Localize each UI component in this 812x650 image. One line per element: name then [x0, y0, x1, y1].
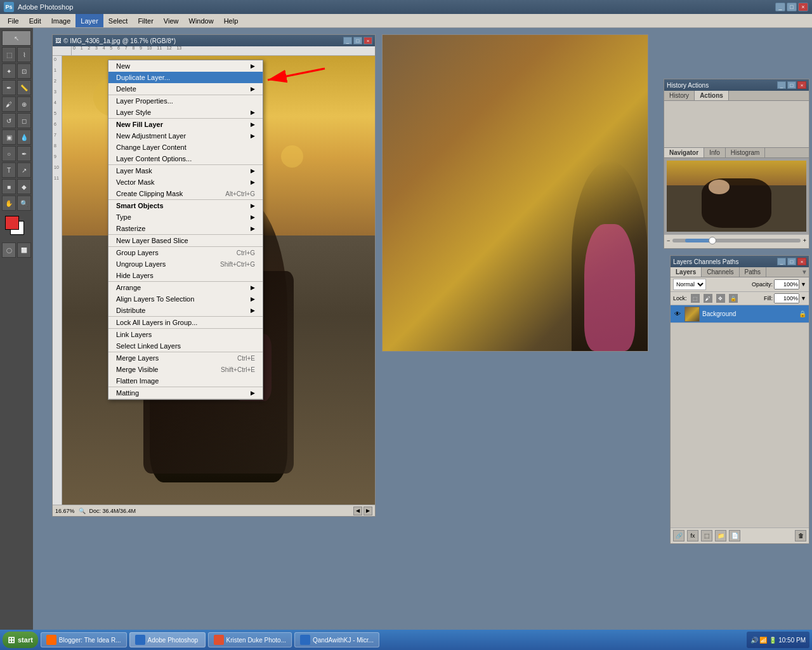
- zoom-out-icon[interactable]: −: [667, 237, 670, 244]
- img-minimize-btn[interactable]: _: [343, 37, 352, 44]
- history-maximize-btn[interactable]: □: [787, 81, 796, 89]
- quick-mask-btn[interactable]: ◯: [2, 242, 16, 258]
- zoom-slider[interactable]: [672, 239, 800, 242]
- layers-tab-channels[interactable]: Channels: [702, 267, 739, 277]
- marquee-tool[interactable]: ⬚: [2, 47, 16, 62]
- layers-menu-btn[interactable]: ▼: [800, 267, 809, 276]
- menu-merge-layers[interactable]: Merge Layers Ctrl+E: [108, 352, 263, 364]
- taskbar-item-blogger[interactable]: Blogger: The Idea R...: [41, 632, 127, 647]
- menu-image[interactable]: Image: [46, 14, 76, 27]
- menu-view[interactable]: View: [159, 14, 184, 27]
- new-group-btn[interactable]: 📁: [715, 530, 726, 541]
- menu-layer-content-options[interactable]: Layer Content Options...: [108, 153, 263, 164]
- info-tab[interactable]: Info: [704, 148, 726, 157]
- move-tool[interactable]: ↖: [2, 30, 31, 46]
- hand-tool[interactable]: ✋: [2, 196, 16, 211]
- layers-minimize-btn[interactable]: _: [777, 258, 786, 265]
- history-minimize-btn[interactable]: _: [777, 81, 786, 89]
- path-select-tool[interactable]: ↗: [17, 162, 31, 178]
- layers-close-btn[interactable]: ×: [797, 258, 806, 265]
- link-layers-btn[interactable]: 🔗: [673, 530, 684, 541]
- fill-input[interactable]: [774, 293, 799, 303]
- navigator-tab[interactable]: Navigator: [664, 148, 704, 157]
- add-style-btn[interactable]: fx: [687, 530, 698, 541]
- prev-frame-btn[interactable]: ◀: [353, 507, 362, 515]
- start-button[interactable]: ⊞ start: [3, 632, 38, 648]
- menu-new-adjustment-layer[interactable]: New Adjustment Layer ▶: [108, 130, 263, 142]
- menu-filter[interactable]: Filter: [133, 14, 158, 27]
- next-frame-btn[interactable]: ▶: [363, 507, 372, 515]
- zoom-slider-thumb[interactable]: [709, 237, 716, 244]
- menu-group-layers[interactable]: Group Layers Ctrl+G: [108, 247, 263, 258]
- layer-visibility-toggle[interactable]: 👁: [673, 310, 682, 319]
- maximize-button[interactable]: □: [787, 3, 797, 11]
- menu-new-layer-based-slice[interactable]: New Layer Based Slice: [108, 235, 263, 246]
- add-mask-btn[interactable]: ⬚: [701, 530, 712, 541]
- stamp-tool[interactable]: ⊕: [17, 96, 31, 112]
- img-close-btn[interactable]: ×: [363, 37, 372, 44]
- menu-change-layer-content[interactable]: Change Layer Content: [108, 142, 263, 153]
- menu-vector-mask[interactable]: Vector Mask ▶: [108, 176, 263, 188]
- menu-delete[interactable]: Delete ▶: [108, 83, 263, 95]
- 3d-tool[interactable]: ◆: [17, 179, 31, 194]
- layers-maximize-btn[interactable]: □: [787, 258, 796, 265]
- menu-new-fill-layer[interactable]: New Fill Layer ▶: [108, 119, 263, 130]
- taskbar-item-qanda[interactable]: QandAwithKJ - Micr...: [294, 632, 379, 647]
- img-maximize-btn[interactable]: □: [353, 37, 362, 44]
- gradient-tool[interactable]: ▣: [2, 129, 16, 145]
- menu-new[interactable]: New ▶: [108, 60, 263, 72]
- foreground-color[interactable]: [5, 216, 19, 230]
- close-button[interactable]: ×: [798, 3, 808, 11]
- ruler-tool[interactable]: 📏: [17, 80, 31, 95]
- menu-rasterize[interactable]: Rasterize ▶: [108, 223, 263, 234]
- menu-ungroup-layers[interactable]: Ungroup Layers Shift+Ctrl+G: [108, 258, 263, 270]
- eraser-tool[interactable]: ◻: [17, 113, 31, 128]
- color-swatches[interactable]: [5, 216, 28, 239]
- zoom-in-icon[interactable]: +: [803, 237, 806, 244]
- delete-layer-btn[interactable]: 🗑: [795, 530, 806, 541]
- menu-align-layers[interactable]: Align Layers To Selection ▶: [108, 293, 263, 305]
- opacity-input[interactable]: [774, 279, 799, 289]
- quick-select-tool[interactable]: ✦: [2, 63, 16, 79]
- menu-layer-mask[interactable]: Layer Mask ▶: [108, 165, 263, 176]
- shape-tool[interactable]: ■: [2, 179, 16, 194]
- layer-item-background[interactable]: 👁 Background 🔒: [671, 305, 809, 323]
- menu-lock-all-layers[interactable]: Lock All Layers in Group...: [108, 317, 263, 328]
- taskbar-item-photoshop[interactable]: Adobe Photoshop: [129, 632, 206, 647]
- layers-tab-paths[interactable]: Paths: [740, 267, 767, 277]
- lock-all-btn[interactable]: 🔒: [729, 294, 738, 303]
- menu-smart-objects[interactable]: Smart Objects ▶: [108, 200, 263, 211]
- menu-arrange[interactable]: Arrange ▶: [108, 282, 263, 293]
- brush-tool[interactable]: 🖌: [2, 96, 16, 112]
- menu-select[interactable]: Select: [103, 14, 133, 27]
- menu-file[interactable]: File: [3, 14, 24, 27]
- menu-layer-properties[interactable]: Layer Properties...: [108, 95, 263, 107]
- menu-distribute[interactable]: Distribute ▶: [108, 305, 263, 316]
- history-brush-tool[interactable]: ↺: [2, 113, 16, 128]
- layers-tab-layers[interactable]: Layers: [671, 267, 702, 277]
- blur-tool[interactable]: 💧: [17, 129, 31, 145]
- menu-type[interactable]: Type ▶: [108, 211, 263, 223]
- menu-layer[interactable]: Layer: [75, 14, 103, 27]
- lasso-tool[interactable]: ⌇: [17, 47, 31, 62]
- taskbar-item-kristen[interactable]: Kristen Duke Photo...: [208, 632, 292, 647]
- history-close-btn[interactable]: ×: [797, 81, 806, 89]
- lock-position-btn[interactable]: ✥: [716, 294, 725, 303]
- crop-tool[interactable]: ⊡: [17, 63, 31, 79]
- menu-link-layers[interactable]: Link Layers: [108, 329, 263, 340]
- menu-window[interactable]: Window: [184, 14, 219, 27]
- pen-tool[interactable]: ✒: [17, 146, 31, 161]
- menu-select-linked-layers[interactable]: Select Linked Layers: [108, 340, 263, 352]
- menu-hide-layers[interactable]: Hide Layers: [108, 270, 263, 281]
- menu-edit[interactable]: Edit: [24, 14, 46, 27]
- history-tab[interactable]: History: [664, 91, 695, 100]
- dodge-tool[interactable]: ○: [2, 146, 16, 161]
- lock-transparency-btn[interactable]: ⬚: [691, 294, 700, 303]
- menu-flatten-image[interactable]: Flatten Image: [108, 375, 263, 387]
- menu-matting[interactable]: Matting ▶: [108, 387, 263, 399]
- type-tool[interactable]: T: [2, 162, 16, 178]
- lock-pixels-btn[interactable]: 🖌: [704, 294, 712, 303]
- minimize-button[interactable]: _: [775, 3, 785, 11]
- fill-arrow[interactable]: ▼: [801, 295, 806, 302]
- opacity-arrow[interactable]: ▼: [801, 281, 806, 288]
